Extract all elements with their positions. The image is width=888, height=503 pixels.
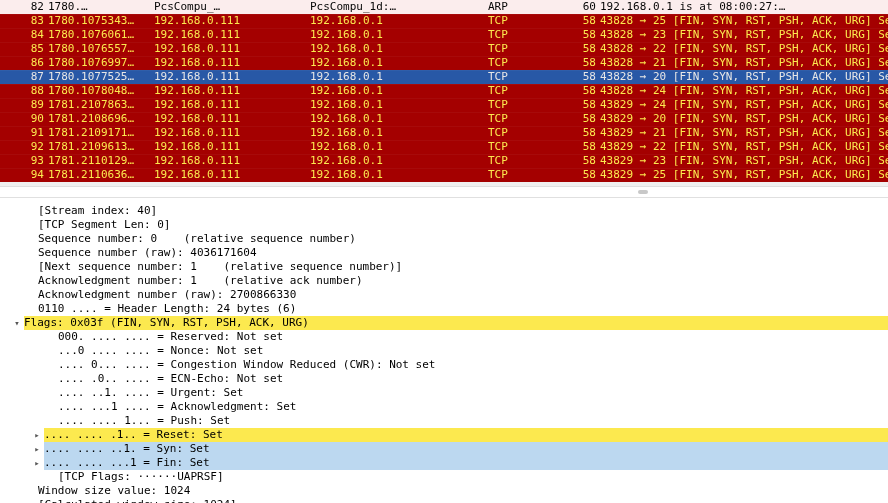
detail-text: [TCP Segment Len: 0] xyxy=(24,218,888,232)
detail-row[interactable]: .... .... 1... = Push: Set xyxy=(0,414,888,428)
packet-cell-info: 43829 → 24 [FIN, SYN, RST, PSH, ACK, URG… xyxy=(598,98,888,112)
packet-cell-proto: TCP xyxy=(486,126,560,140)
packet-cell-len: 58 xyxy=(560,84,598,98)
detail-row[interactable]: ▸.... .... ..1. = Syn: Set xyxy=(0,442,888,456)
packet-cell-len: 58 xyxy=(560,56,598,70)
packet-cell-len: 58 xyxy=(560,14,598,28)
packet-row[interactable]: 911781.2109171…192.168.0.111192.168.0.1T… xyxy=(0,126,888,140)
packet-cell-dst: 192.168.0.1 xyxy=(308,168,486,182)
detail-row[interactable]: ▸.... .... ...1 = Fin: Set xyxy=(0,456,888,470)
detail-text: .... .... .1.. = Reset: Set xyxy=(44,428,888,442)
packet-cell-len: 58 xyxy=(560,42,598,56)
detail-text: Sequence number: 0 (relative sequence nu… xyxy=(24,232,888,246)
packet-cell-info: 43828 → 25 [FIN, SYN, RST, PSH, ACK, URG… xyxy=(598,14,888,28)
packet-cell-dst: 192.168.0.1 xyxy=(308,98,486,112)
detail-row[interactable]: .... 0... .... = Congestion Window Reduc… xyxy=(0,358,888,372)
packet-row[interactable]: 821780.…PcsCompu_…PcsCompu_1d:…ARP60192.… xyxy=(0,0,888,14)
packet-row[interactable]: 831780.1075343…192.168.0.111192.168.0.1T… xyxy=(0,14,888,28)
packet-cell-info: 43828 → 22 [FIN, SYN, RST, PSH, ACK, URG… xyxy=(598,42,888,56)
packet-cell-dst: 192.168.0.1 xyxy=(308,126,486,140)
packet-row[interactable]: 851780.1076557…192.168.0.111192.168.0.1T… xyxy=(0,42,888,56)
detail-row[interactable]: ...0 .... .... = Nonce: Not set xyxy=(0,344,888,358)
detail-row[interactable]: Sequence number (raw): 4036171604 xyxy=(0,246,888,260)
detail-row[interactable]: [TCP Flags: ······UAPRSF] xyxy=(0,470,888,484)
packet-cell-src: 192.168.0.111 xyxy=(152,154,308,168)
detail-row[interactable]: [Stream index: 40] xyxy=(0,204,888,218)
detail-text: .... .... ...1 = Fin: Set xyxy=(44,456,888,470)
packet-cell-no: 84 xyxy=(0,28,46,42)
packet-cell-len: 58 xyxy=(560,28,598,42)
packet-cell-proto: TCP xyxy=(486,154,560,168)
packet-cell-src: 192.168.0.111 xyxy=(152,14,308,28)
chevron-right-icon[interactable]: ▸ xyxy=(30,456,44,470)
detail-row[interactable]: .... .0.. .... = ECN-Echo: Not set xyxy=(0,372,888,386)
packet-cell-proto: TCP xyxy=(486,84,560,98)
packet-cell-dst: 192.168.0.1 xyxy=(308,28,486,42)
detail-text: [TCP Flags: ······UAPRSF] xyxy=(44,470,888,484)
packet-cell-proto: ARP xyxy=(486,0,560,14)
detail-row[interactable]: [Calculated window size: 1024] xyxy=(0,498,888,503)
detail-row[interactable]: 0110 .... = Header Length: 24 bytes (6) xyxy=(0,302,888,316)
packet-cell-proto: TCP xyxy=(486,70,560,84)
packet-cell-src: 192.168.0.111 xyxy=(152,98,308,112)
packet-cell-time: 1781.2107863… xyxy=(46,98,152,112)
detail-row[interactable]: .... ...1 .... = Acknowledgment: Set xyxy=(0,400,888,414)
packet-cell-time: 1781.2110636… xyxy=(46,168,152,182)
packet-cell-len: 58 xyxy=(560,98,598,112)
packet-row[interactable]: 881780.1078048…192.168.0.111192.168.0.1T… xyxy=(0,84,888,98)
detail-text: .... ..1. .... = Urgent: Set xyxy=(44,386,888,400)
packet-cell-proto: TCP xyxy=(486,168,560,182)
detail-text: .... .... ..1. = Syn: Set xyxy=(44,442,888,456)
detail-text: Flags: 0x03f (FIN, SYN, RST, PSH, ACK, U… xyxy=(24,316,888,330)
packet-cell-time: 1780.… xyxy=(46,0,152,14)
packet-row[interactable]: 891781.2107863…192.168.0.111192.168.0.1T… xyxy=(0,98,888,112)
packet-cell-len: 58 xyxy=(560,112,598,126)
packet-cell-time: 1780.1076557… xyxy=(46,42,152,56)
packet-cell-dst: 192.168.0.1 xyxy=(308,84,486,98)
packet-row[interactable]: 901781.2108696…192.168.0.111192.168.0.1T… xyxy=(0,112,888,126)
packet-cell-src: 192.168.0.111 xyxy=(152,70,308,84)
chevron-right-icon[interactable]: ▸ xyxy=(30,442,44,456)
packet-cell-src: 192.168.0.111 xyxy=(152,28,308,42)
detail-row[interactable]: .... ..1. .... = Urgent: Set xyxy=(0,386,888,400)
detail-row[interactable]: Acknowledgment number (raw): 2700866330 xyxy=(0,288,888,302)
packet-cell-time: 1780.1076061… xyxy=(46,28,152,42)
detail-row[interactable]: Sequence number: 0 (relative sequence nu… xyxy=(0,232,888,246)
packet-cell-src: 192.168.0.111 xyxy=(152,168,308,182)
detail-text: [Next sequence number: 1 (relative seque… xyxy=(24,260,888,274)
packet-row[interactable]: 841780.1076061…192.168.0.111192.168.0.1T… xyxy=(0,28,888,42)
detail-row[interactable]: Acknowledgment number: 1 (relative ack n… xyxy=(0,274,888,288)
packet-cell-src: PcsCompu_… xyxy=(152,0,308,14)
packet-cell-info: 43829 → 21 [FIN, SYN, RST, PSH, ACK, URG… xyxy=(598,126,888,140)
packet-details-pane[interactable]: [Stream index: 40][TCP Segment Len: 0]Se… xyxy=(0,198,888,503)
packet-cell-no: 85 xyxy=(0,42,46,56)
packet-cell-no: 83 xyxy=(0,14,46,28)
detail-row[interactable]: [TCP Segment Len: 0] xyxy=(0,218,888,232)
packet-cell-info: 43829 → 23 [FIN, SYN, RST, PSH, ACK, URG… xyxy=(598,154,888,168)
detail-row[interactable]: [Next sequence number: 1 (relative seque… xyxy=(0,260,888,274)
packet-cell-proto: TCP xyxy=(486,56,560,70)
chevron-right-icon[interactable]: ▸ xyxy=(30,428,44,442)
packet-list-pane[interactable]: 821780.…PcsCompu_…PcsCompu_1d:…ARP60192.… xyxy=(0,0,888,186)
packet-cell-proto: TCP xyxy=(486,14,560,28)
detail-text: [Calculated window size: 1024] xyxy=(24,498,888,503)
packet-row[interactable]: 931781.2110129…192.168.0.111192.168.0.1T… xyxy=(0,154,888,168)
detail-row[interactable]: ▸.... .... .1.. = Reset: Set xyxy=(0,428,888,442)
chevron-down-icon[interactable]: ▾ xyxy=(10,316,24,330)
packet-cell-info: 43829 → 22 [FIN, SYN, RST, PSH, ACK, URG… xyxy=(598,140,888,154)
packet-cell-dst: 192.168.0.1 xyxy=(308,112,486,126)
pane-splitter[interactable] xyxy=(0,186,888,198)
detail-row[interactable]: ▾Flags: 0x03f (FIN, SYN, RST, PSH, ACK, … xyxy=(0,316,888,330)
packet-cell-time: 1780.1077525… xyxy=(46,70,152,84)
detail-row[interactable]: 000. .... .... = Reserved: Not set xyxy=(0,330,888,344)
detail-text: Acknowledgment number: 1 (relative ack n… xyxy=(24,274,888,288)
detail-text: .... ...1 .... = Acknowledgment: Set xyxy=(44,400,888,414)
packet-row[interactable]: 871780.1077525…192.168.0.111192.168.0.1T… xyxy=(0,70,888,84)
packet-row[interactable]: 921781.2109613…192.168.0.111192.168.0.1T… xyxy=(0,140,888,154)
detail-text: Acknowledgment number (raw): 2700866330 xyxy=(24,288,888,302)
packet-cell-proto: TCP xyxy=(486,42,560,56)
packet-row[interactable]: 941781.2110636…192.168.0.111192.168.0.1T… xyxy=(0,168,888,182)
packet-row[interactable]: 861780.1076997…192.168.0.111192.168.0.1T… xyxy=(0,56,888,70)
packet-cell-dst: 192.168.0.1 xyxy=(308,70,486,84)
detail-row[interactable]: Window size value: 1024 xyxy=(0,484,888,498)
